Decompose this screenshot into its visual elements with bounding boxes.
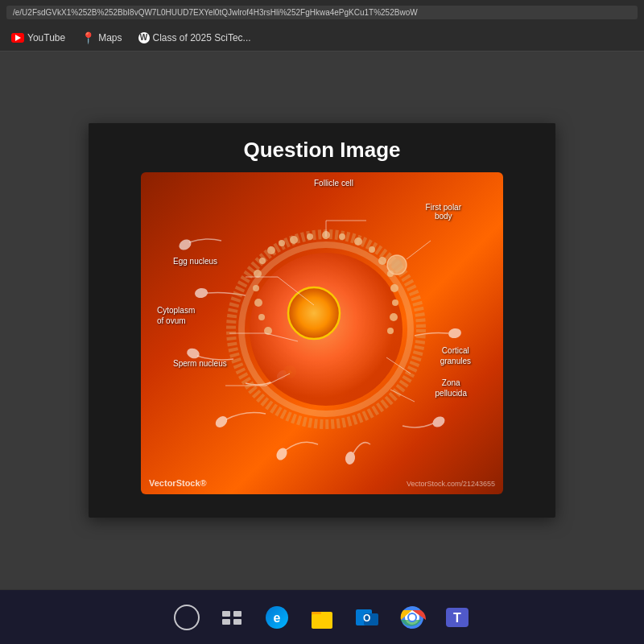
svg-rect-48	[222, 611, 230, 617]
main-content: Question Image	[0, 52, 644, 589]
svg-point-30	[254, 270, 262, 278]
taskbar-task-view[interactable]	[216, 601, 248, 634]
svg-text:O: O	[363, 613, 370, 624]
svg-point-23	[390, 284, 398, 292]
bookmark-scitech[interactable]: W Class of 2025 SciTec...	[134, 30, 256, 46]
biology-diagram: ✦	[141, 172, 503, 494]
label-zona-pellucida: Zonapellucida	[436, 378, 467, 398]
wiki-icon: W	[138, 32, 150, 43]
svg-point-2	[185, 347, 200, 361]
search-icon	[174, 605, 200, 630]
svg-point-24	[392, 299, 398, 306]
label-first-polar-body: First polarbody	[426, 203, 461, 221]
sperm-background: ✦	[141, 172, 503, 494]
svg-rect-50	[222, 619, 230, 625]
svg-point-0	[177, 237, 193, 252]
svg-text:e: e	[274, 611, 281, 625]
taskbar-chrome[interactable]	[396, 601, 428, 634]
file-explorer-icon	[308, 604, 336, 631]
svg-line-39	[407, 241, 431, 259]
svg-point-7	[448, 328, 462, 340]
taskbar: e O T	[0, 589, 644, 644]
svg-point-3	[213, 414, 229, 429]
bookmark-youtube[interactable]: YouTube	[6, 30, 70, 46]
bookmark-maps-label: Maps	[98, 32, 122, 43]
label-cytoplasm: Cytoplasmof ovum	[157, 305, 195, 326]
label-sperm-nucleus: Sperm nucleus	[173, 359, 227, 368]
outlook-icon: O	[353, 604, 381, 631]
task-view-icon	[219, 605, 245, 630]
svg-point-28	[267, 246, 275, 254]
label-cortical-granules: Corticalgranules	[440, 345, 471, 366]
label-egg-nucleus: Egg nucleus	[173, 257, 217, 266]
svg-point-32	[254, 299, 262, 307]
svg-point-26	[387, 328, 394, 334]
svg-rect-49	[233, 611, 242, 617]
svg-point-21	[378, 257, 386, 265]
svg-point-19	[354, 237, 362, 246]
svg-point-27	[279, 240, 285, 246]
svg-point-63	[409, 614, 415, 621]
slide-title: Question Image	[89, 123, 555, 172]
url-input[interactable]: /e/U2FsdGVkX1%252B%252BbI8vQW7L0HUUD7EXY…	[6, 6, 638, 19]
taskbar-teams[interactable]: T	[441, 601, 473, 634]
watermark-left: VectorStock®	[149, 478, 207, 488]
youtube-icon	[11, 33, 24, 43]
svg-point-15	[290, 236, 298, 244]
bookmark-scitech-label: Class of 2025 SciTec...	[153, 32, 251, 43]
label-follicle-cell: Follicle cell	[314, 179, 353, 188]
svg-point-33	[258, 314, 265, 320]
bookmark-maps[interactable]: 📍 Maps	[76, 29, 126, 47]
svg-point-38	[391, 259, 402, 270]
svg-rect-51	[233, 619, 242, 625]
watermark-right: VectorStock.com/21243655	[407, 480, 495, 488]
taskbar-outlook[interactable]: O	[351, 601, 383, 634]
svg-point-5	[345, 451, 357, 465]
chrome-icon	[398, 604, 426, 631]
svg-point-20	[369, 246, 375, 253]
svg-point-25	[390, 313, 398, 321]
edge-icon: e	[263, 604, 291, 631]
taskbar-search-button[interactable]	[171, 601, 203, 634]
svg-point-18	[339, 233, 345, 240]
taskbar-edge[interactable]: e	[261, 601, 293, 634]
svg-rect-56	[312, 614, 332, 629]
svg-point-1	[194, 287, 208, 299]
svg-point-16	[307, 233, 313, 240]
svg-point-29	[259, 258, 266, 264]
teams-icon: T	[444, 604, 471, 631]
maps-pin-icon: 📍	[81, 31, 95, 44]
slide-container: Question Image	[89, 123, 555, 518]
svg-point-31	[253, 285, 259, 291]
svg-point-14	[288, 287, 340, 339]
taskbar-file-explorer[interactable]	[306, 601, 338, 634]
svg-point-6	[431, 415, 447, 429]
bookmarks-bar: YouTube 📍 Maps W Class of 2025 SciTec...	[0, 24, 644, 52]
svg-text:T: T	[453, 611, 461, 625]
bookmark-youtube-label: YouTube	[27, 32, 65, 43]
browser-url-bar: /e/U2FsdGVkX1%252B%252BbI8vQW7L0HUUD7EXY…	[0, 0, 644, 24]
